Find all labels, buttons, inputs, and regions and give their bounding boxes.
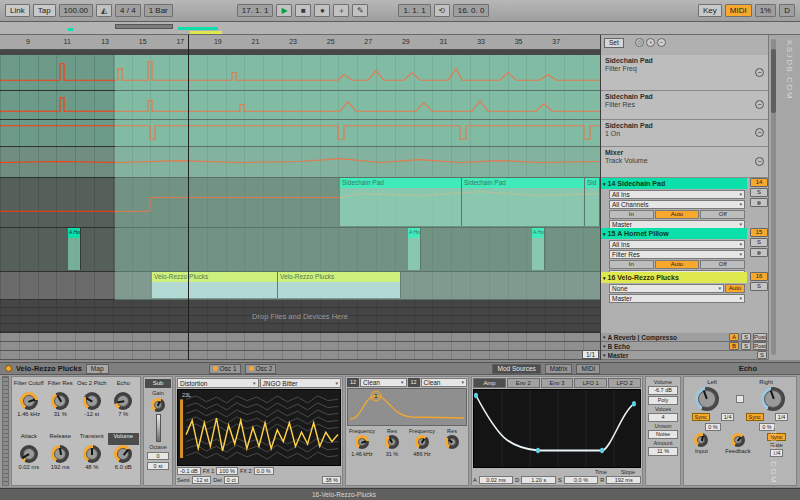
lane-options-icon[interactable]: −: [755, 157, 764, 166]
track-activator-button[interactable]: A: [729, 333, 739, 341]
solo-button[interactable]: S: [741, 333, 751, 341]
decay-field[interactable]: 1.20 s: [521, 476, 556, 484]
semitone-field[interactable]: -12 st: [192, 476, 212, 484]
overdub-button[interactable]: ＋: [333, 4, 349, 17]
loop-brace[interactable]: [115, 24, 173, 29]
filter2-frequency[interactable]: Frequency486 Hz: [407, 427, 437, 484]
pre-post-toggle[interactable]: Post: [753, 333, 767, 341]
monitor-off-button[interactable]: Off: [700, 210, 745, 219]
unfold-track-icon[interactable]: ▾: [603, 334, 606, 340]
quantize-menu[interactable]: 1 Bar: [144, 4, 173, 17]
lane-param-name[interactable]: Filter Res: [605, 101, 765, 109]
beat-time-ruler[interactable]: 9 11 13 15 17 19 21 23 25 27 29 31 33 35…: [0, 35, 600, 50]
solo-button[interactable]: S: [750, 238, 768, 247]
automation-lane-header[interactable]: Mixer Track Volume −: [601, 147, 769, 178]
audio-clip-hornet[interactable]: A Hor: [408, 228, 421, 270]
echo-left-sync-button[interactable]: Sync: [692, 413, 710, 421]
monitor-auto-button[interactable]: Auto: [725, 284, 745, 293]
tab-lfo2[interactable]: LFO 2: [608, 378, 641, 388]
input-knob[interactable]: [694, 433, 708, 447]
track-lane-sidechain-pad[interactable]: Sidechain Pad Sidechain Pad Sid: [0, 178, 600, 228]
solo-button[interactable]: S: [750, 282, 768, 291]
unfold-track-icon[interactable]: ▾: [603, 181, 606, 187]
draw-mode-button[interactable]: ✎: [352, 4, 368, 17]
wavetable-position-field[interactable]: 38 %: [322, 476, 341, 484]
track-activator-button[interactable]: B: [729, 342, 739, 350]
midi-clip-velo[interactable]: Velo-Rezzo Plucks: [278, 272, 401, 298]
tab-matrix[interactable]: Matrix: [545, 364, 573, 374]
play-button[interactable]: ▶: [276, 4, 292, 17]
track-lane-velo-rezzo[interactable]: Velo-Rezzo Plucks Velo-Rezzo Plucks: [0, 272, 600, 300]
audio-clip-sidechain[interactable]: Sid: [585, 178, 600, 226]
macro-osc2-pitch[interactable]: Osc 2 Pitch-12 st: [76, 378, 108, 431]
track-activator-button[interactable]: 16: [750, 272, 768, 281]
tab-env2[interactable]: Env 2: [507, 378, 540, 388]
osc-gain-field[interactable]: -0.1 dB: [177, 467, 201, 475]
filter1-frequency[interactable]: Frequency1.46 kHz: [347, 427, 377, 484]
return-track-a-header[interactable]: ▾ A Reverb | Compresso A S Post: [601, 333, 769, 342]
macro-release[interactable]: Release192 ms: [45, 431, 77, 484]
frequency-knob[interactable]: [415, 435, 429, 449]
macro-map-button[interactable]: Map: [86, 364, 109, 374]
osc-on-icon[interactable]: [213, 366, 218, 371]
track-lane-hornet-pillow[interactable]: A Hor A Hor A Hor: [0, 228, 600, 272]
automation-lane-device-on[interactable]: [0, 120, 600, 147]
track-name-bar[interactable]: ▾ 16 Velo-Rezzo Plucks: [601, 272, 747, 283]
tab-midi[interactable]: MIDI: [576, 364, 600, 374]
unfold-track-icon[interactable]: ▾: [603, 352, 606, 358]
input-channel-chooser[interactable]: All Channels▾: [609, 200, 745, 209]
echo-input-control[interactable]: Input: [694, 433, 708, 454]
audio-clip-hornet[interactable]: A Hor: [68, 228, 81, 270]
echo-left-division-field[interactable]: 1/4: [721, 413, 735, 421]
monitor-auto-button[interactable]: Auto: [655, 260, 700, 269]
track-header-16[interactable]: ▾ 16 Velo-Rezzo Plucks None▾ Auto Master…: [601, 272, 769, 300]
filter-slope-toggle[interactable]: 12: [408, 378, 420, 387]
audio-clip-sidechain[interactable]: Sidechain Pad: [462, 178, 585, 226]
tab-amp-env[interactable]: Amp: [473, 378, 506, 388]
tab-osc1[interactable]: Osc 1: [209, 364, 241, 374]
fx1-amount-field[interactable]: 100 %: [216, 467, 238, 475]
macro-knob[interactable]: [51, 392, 69, 410]
stereo-link-icon[interactable]: [736, 395, 744, 403]
automation-lane-track-volume[interactable]: [0, 147, 600, 178]
playhead[interactable]: [188, 35, 189, 360]
sub-osc-toggle[interactable]: Sub: [145, 379, 171, 388]
audio-clip-hornet[interactable]: A Hor: [532, 228, 545, 270]
attack-field[interactable]: 0.02 ms: [479, 476, 514, 484]
filter-circuit-chooser[interactable]: Clean▾: [360, 378, 407, 387]
loop-start-field[interactable]: 1. 1. 1: [398, 4, 430, 17]
filter-slope-toggle[interactable]: 12: [347, 378, 359, 387]
tempo-field[interactable]: 100.00: [59, 4, 93, 17]
metronome-icon[interactable]: ◭: [96, 4, 112, 17]
wavetable-name-chooser[interactable]: JNGO Bitter▾: [260, 378, 342, 388]
lane-options-icon[interactable]: −: [755, 100, 764, 109]
envelope-display[interactable]: [473, 389, 641, 468]
tab-osc2[interactable]: Osc 2: [245, 364, 277, 374]
lane-options-icon[interactable]: −: [755, 68, 764, 77]
unison-mode-chooser[interactable]: Noise: [648, 430, 678, 439]
unfold-track-icon[interactable]: ▾: [603, 343, 606, 349]
rack-handle[interactable]: [2, 376, 9, 486]
lane-param-name[interactable]: Track Volume: [605, 157, 765, 165]
drop-area[interactable]: Drop Files and Devices Here: [0, 300, 600, 333]
wavetable-category-chooser[interactable]: Distortion▾: [177, 378, 259, 388]
link-button[interactable]: Link: [5, 4, 30, 17]
tap-tempo-button[interactable]: Tap: [33, 4, 56, 17]
automation-lane-filter-res[interactable]: [0, 91, 600, 120]
lane-options-icon[interactable]: −: [755, 128, 764, 137]
solo-button[interactable]: S: [757, 351, 767, 359]
arm-record-button[interactable]: [750, 198, 768, 207]
automation-lane-header[interactable]: Sidechain Pad Filter Res −: [601, 91, 769, 120]
feedback-knob[interactable]: [731, 433, 745, 447]
set-locator-button[interactable]: Set: [604, 38, 624, 48]
arrangement-position-display[interactable]: 17. 1. 1: [237, 4, 274, 17]
sustain-field[interactable]: 0.0 %: [564, 476, 599, 484]
macro-attack[interactable]: Attack0.02 ms: [13, 431, 45, 484]
macro-volume[interactable]: Volume6.0 dB: [108, 431, 140, 484]
tab-mod-sources[interactable]: Mod Sources: [492, 364, 540, 374]
time-signature-field[interactable]: 4 / 4: [115, 4, 141, 17]
monitor-in-button[interactable]: In: [609, 260, 654, 269]
audio-clip-sidechain[interactable]: Sidechain Pad: [340, 178, 462, 226]
wavetable-visualizer[interactable]: 23L: [177, 389, 341, 466]
add-lane-icon[interactable]: ＋: [646, 38, 655, 47]
